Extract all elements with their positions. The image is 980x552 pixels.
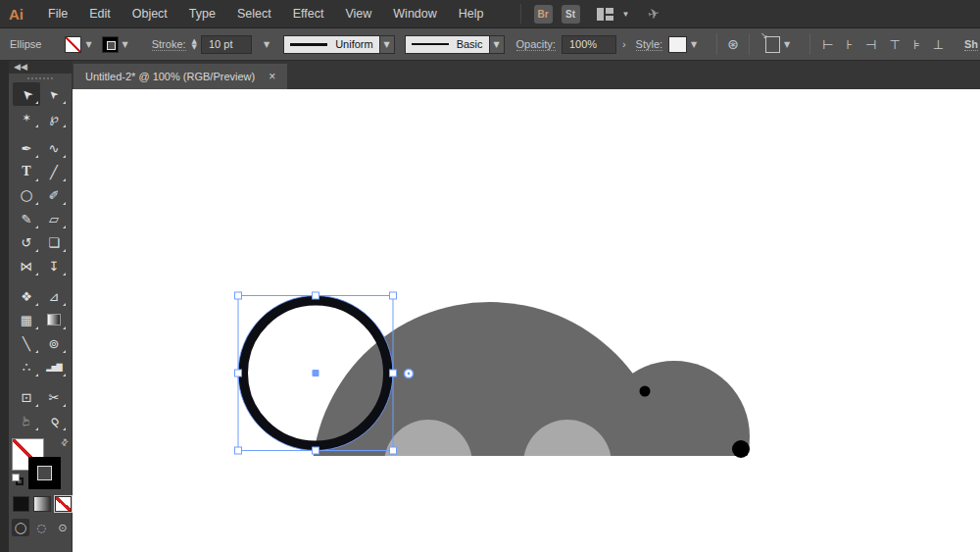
- stroke-weight-stepper[interactable]: ▲ ▼: [192, 38, 197, 50]
- mesh-tool[interactable]: ▦: [13, 308, 40, 331]
- stepper-down-icon[interactable]: ▼: [192, 44, 197, 50]
- menu-type[interactable]: Type: [178, 0, 226, 28]
- zoom-tool[interactable]: ρ: [40, 409, 68, 432]
- selection-handle[interactable]: [390, 370, 397, 376]
- menu-help[interactable]: Help: [448, 0, 495, 28]
- width-tool[interactable]: ⋈: [13, 254, 40, 277]
- rotate-tool[interactable]: ↺: [13, 230, 40, 254]
- swap-fill-stroke-icon[interactable]: ⇄: [59, 436, 71, 448]
- variable-width-profile-dropdown[interactable]: Uniform: [283, 35, 380, 54]
- style-swatch[interactable]: [668, 36, 687, 53]
- default-fill-stroke-icon[interactable]: [12, 474, 24, 485]
- menu-object[interactable]: Object: [122, 0, 178, 28]
- scale-tool[interactable]: ❏: [40, 230, 68, 254]
- mouse-eye-dot[interactable]: [640, 386, 651, 397]
- direct-selection-tool[interactable]: ➤: [40, 82, 68, 106]
- brush-definition-dropdown[interactable]: Basic: [405, 35, 490, 54]
- gpu-performance-icon[interactable]: ✈: [647, 5, 662, 23]
- slice-tool[interactable]: ✂: [40, 385, 68, 409]
- selection-tool[interactable]: ➤: [13, 82, 40, 106]
- none-button[interactable]: [55, 496, 72, 512]
- gradient-tool[interactable]: [40, 308, 68, 331]
- mouse-foot-right-shape[interactable]: [523, 420, 612, 508]
- align-vertical-center-icon[interactable]: ⊧: [913, 37, 920, 52]
- shape-builder-tool[interactable]: ❖: [13, 284, 40, 308]
- draw-behind-button[interactable]: ◌: [32, 519, 50, 536]
- stroke-proxy-swatch[interactable]: [28, 457, 61, 489]
- line-segment-tool[interactable]: ╱: [40, 160, 68, 183]
- selection-handle[interactable]: [313, 447, 319, 454]
- magic-wand-tool[interactable]: ✶: [13, 106, 40, 129]
- align-bottom-icon[interactable]: ⊥: [933, 37, 944, 52]
- selection-handle[interactable]: [390, 292, 397, 299]
- draw-normal-button[interactable]: ◯: [12, 519, 29, 536]
- recolor-artwork-icon[interactable]: ⊛: [727, 36, 739, 52]
- type-tool[interactable]: T: [13, 160, 40, 183]
- mouse-nose-dot[interactable]: [732, 440, 750, 458]
- menu-select[interactable]: Select: [226, 0, 282, 28]
- align-right-icon[interactable]: ⊣: [865, 37, 876, 52]
- hand-tool[interactable]: ☞: [13, 409, 40, 432]
- fill-color-swatch[interactable]: [65, 36, 81, 53]
- style-chevron-icon[interactable]: ▼: [691, 40, 697, 49]
- center-point-widget[interactable]: [313, 370, 319, 376]
- menu-effect[interactable]: Effect: [282, 0, 335, 28]
- stroke-weight-label[interactable]: Stroke:: [152, 38, 186, 51]
- document-setup-chevron-icon[interactable]: ▼: [784, 40, 790, 49]
- tab-close-icon[interactable]: ×: [269, 70, 275, 83]
- opacity-value[interactable]: 100%: [562, 35, 616, 54]
- opacity-label[interactable]: Opacity:: [516, 38, 556, 51]
- blend-tool[interactable]: ⊚: [40, 331, 68, 355]
- width-tool-icon: ⋈: [21, 259, 33, 274]
- fill-chevron-icon[interactable]: ▼: [85, 40, 91, 49]
- menu-file[interactable]: File: [37, 0, 78, 28]
- workspace-chevron-icon[interactable]: ▼: [622, 10, 630, 19]
- eyedropper-tool[interactable]: ╲: [13, 331, 40, 355]
- selection-handle[interactable]: [235, 292, 242, 299]
- menu-window[interactable]: Window: [382, 0, 447, 28]
- align-horizontal-center-icon[interactable]: ⊦: [846, 37, 853, 52]
- document-setup-icon[interactable]: [765, 36, 780, 53]
- color-button[interactable]: [13, 496, 29, 512]
- shaper-tool[interactable]: ✎: [13, 207, 40, 230]
- column-graph-tool[interactable]: ▂▅▇: [40, 355, 68, 378]
- toolbar-collapse-button[interactable]: ◀◀: [9, 61, 72, 74]
- style-label[interactable]: Style:: [636, 38, 663, 51]
- width-profile-chevron-icon[interactable]: ▼: [380, 35, 395, 54]
- curvature-tool[interactable]: ∿: [40, 136, 68, 160]
- lasso-tool[interactable]: ℘: [40, 106, 68, 129]
- shape-label[interactable]: Sh: [964, 38, 978, 51]
- workspace-switcher-icon[interactable]: [597, 8, 613, 21]
- brush-chevron-icon[interactable]: ▼: [490, 35, 505, 54]
- canvas[interactable]: [73, 89, 980, 552]
- draw-inside-button[interactable]: ⊙: [54, 519, 72, 536]
- paintbrush-tool[interactable]: ✐: [40, 183, 68, 207]
- selection-handle[interactable]: [235, 447, 242, 454]
- align-left-icon[interactable]: ⊢: [822, 37, 833, 52]
- opacity-more-icon[interactable]: ›: [622, 38, 626, 50]
- artboard-tool[interactable]: ⊡: [13, 385, 40, 409]
- ellipse-tool[interactable]: ○: [13, 183, 40, 207]
- stroke-weight-chevron-icon[interactable]: ▼: [264, 40, 270, 49]
- selection-handle[interactable]: [235, 370, 242, 376]
- toolbar-grip[interactable]: [9, 74, 72, 82]
- align-top-icon[interactable]: ⊤: [890, 37, 901, 52]
- pen-tool[interactable]: ✒: [13, 136, 40, 160]
- bridge-button[interactable]: Br: [534, 5, 553, 24]
- perspective-grid-tool[interactable]: ⊿: [40, 284, 68, 308]
- stroke-weight-value[interactable]: 10 pt: [201, 35, 252, 54]
- eraser-tool[interactable]: ▱: [40, 207, 68, 230]
- menu-view[interactable]: View: [334, 0, 382, 28]
- stroke-color-swatch[interactable]: [102, 36, 119, 53]
- gradient-button[interactable]: [33, 496, 50, 512]
- symbol-sprayer-tool[interactable]: ∴: [13, 355, 40, 378]
- mouse-head-shape[interactable]: [599, 361, 750, 512]
- mouse-foot-left-shape[interactable]: [384, 420, 472, 508]
- selection-handle[interactable]: [390, 447, 397, 454]
- stroke-chevron-icon[interactable]: ▼: [122, 40, 128, 49]
- selection-handle[interactable]: [313, 292, 319, 299]
- puppet-warp-tool[interactable]: ↧: [40, 254, 68, 277]
- menu-edit[interactable]: Edit: [78, 0, 122, 28]
- stock-button[interactable]: St: [562, 5, 580, 24]
- document-tab[interactable]: Untitled-2* @ 100% (RGB/Preview) ×: [74, 64, 287, 89]
